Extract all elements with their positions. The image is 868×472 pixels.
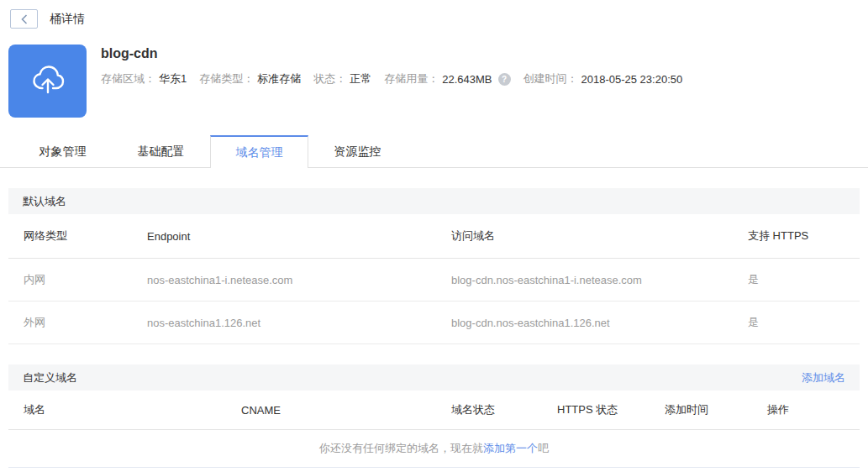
col-actions: 操作 (752, 402, 860, 417)
cell-network-type: 外网 (8, 315, 132, 330)
add-domain-link[interactable]: 添加域名 (802, 370, 845, 385)
col-cname: CNAME (226, 404, 436, 417)
meta-value: 标准存储 (257, 71, 301, 87)
meta-storage-type: 存储类型： 标准存储 (199, 71, 301, 87)
topbar: 桶详情 (0, 0, 868, 29)
meta-label: 存储用量： (384, 71, 439, 87)
bucket-info: blog-cdn 存储区域： 华东1 存储类型： 标准存储 状态： 正常 存储用… (101, 45, 695, 118)
tab-domain-management[interactable]: 域名管理 (210, 135, 308, 168)
tab-bar: 对象管理 基础配置 域名管理 资源监控 (0, 135, 868, 168)
meta-value: 正常 (350, 71, 371, 87)
cell-endpoint: nos-eastchina1.126.net (132, 317, 436, 329)
bucket-meta: 存储区域： 华东1 存储类型： 标准存储 状态： 正常 存储用量： 22.643… (101, 71, 695, 87)
col-https-support: 支持 HTTPS (733, 228, 860, 244)
meta-created-time: 创建时间： 2018-05-25 23:20:50 (523, 71, 683, 87)
meta-storage-usage: 存储用量： 22.643MB ? (384, 71, 510, 87)
back-button[interactable] (10, 9, 38, 29)
empty-state-text: 你还没有任何绑定的域名，现在就 (319, 441, 483, 456)
default-domains-section: 默认域名 网络类型 Endpoint 访问域名 支持 HTTPS 内网 nos-… (8, 188, 860, 344)
cell-access-domain: blog-cdn.nos-eastchina1.126.net (436, 317, 733, 329)
custom-domains-section: 自定义域名 添加域名 域名 CNAME 域名状态 HTTPS 状态 添加时间 操… (8, 364, 860, 468)
default-domains-columns: 网络类型 Endpoint 访问域名 支持 HTTPS (8, 214, 860, 259)
default-domains-header: 默认域名 (8, 188, 860, 214)
bucket-summary: blog-cdn 存储区域： 华东1 存储类型： 标准存储 状态： 正常 存储用… (8, 45, 860, 118)
col-domain-status: 域名状态 (436, 402, 542, 417)
meta-label: 存储区域： (101, 71, 155, 87)
tab-resource-monitor[interactable]: 资源监控 (308, 135, 407, 168)
bucket-name: blog-cdn (101, 46, 695, 61)
meta-label: 创建时间： (523, 71, 578, 87)
col-domain: 域名 (8, 402, 226, 417)
meta-value: 22.643MB (442, 73, 492, 86)
section-title: 自定义域名 (23, 370, 77, 385)
col-endpoint: Endpoint (132, 230, 436, 243)
meta-label: 状态： (313, 71, 346, 87)
meta-status: 状态： 正常 (313, 71, 371, 87)
add-first-domain-link[interactable]: 添加第一个 (483, 441, 538, 456)
cell-endpoint: nos-eastchina1-i.netease.com (132, 274, 436, 286)
tab-object-management[interactable]: 对象管理 (13, 135, 112, 168)
col-network-type: 网络类型 (8, 228, 132, 244)
cloud-upload-icon (28, 60, 68, 102)
empty-state-text: 吧 (538, 441, 549, 456)
custom-domains-columns: 域名 CNAME 域名状态 HTTPS 状态 添加时间 操作 (8, 391, 860, 430)
cell-https-support: 是 (733, 272, 860, 287)
tab-basic-config[interactable]: 基础配置 (112, 135, 210, 168)
cell-access-domain: blog-cdn.nos-eastchina1-i.netease.com (436, 274, 733, 286)
col-access-domain: 访问域名 (436, 228, 733, 244)
empty-state: 你还没有任何绑定的域名，现在就添加第一个吧 (8, 430, 860, 468)
col-add-time: 添加时间 (650, 402, 752, 417)
section-title: 默认域名 (23, 194, 66, 209)
col-https-status: HTTPS 状态 (542, 402, 650, 417)
meta-value: 2018-05-25 23:20:50 (581, 73, 683, 86)
help-icon[interactable]: ? (498, 73, 511, 86)
cell-https-support: 是 (733, 315, 860, 330)
meta-storage-region: 存储区域： 华东1 (101, 71, 187, 87)
cell-network-type: 内网 (8, 272, 132, 287)
meta-label: 存储类型： (199, 71, 254, 87)
page-title: 桶详情 (50, 12, 85, 27)
custom-domains-header: 自定义域名 添加域名 (8, 364, 860, 391)
bucket-avatar (8, 45, 87, 118)
table-row: 外网 nos-eastchina1.126.net blog-cdn.nos-e… (8, 302, 860, 344)
meta-value: 华东1 (159, 71, 187, 87)
chevron-left-icon (21, 14, 28, 24)
table-row: 内网 nos-eastchina1-i.netease.com blog-cdn… (8, 259, 860, 302)
